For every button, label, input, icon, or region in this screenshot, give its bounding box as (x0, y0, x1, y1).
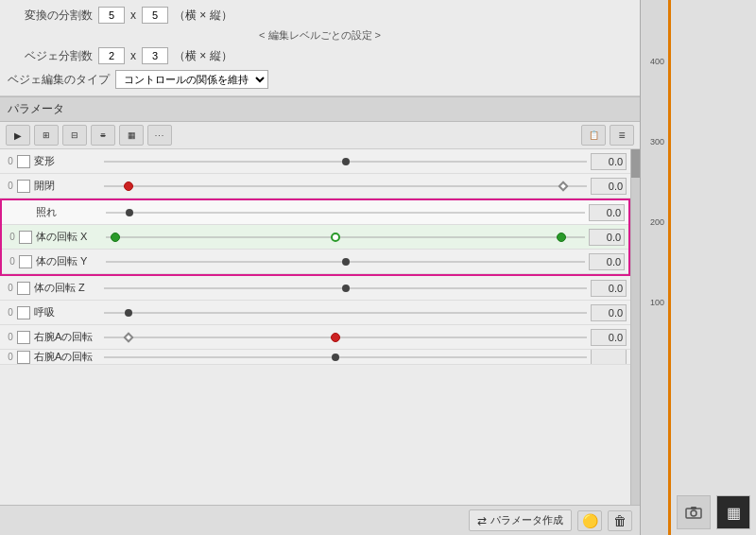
create-param-label: パラメータ作成 (490, 513, 563, 527)
param-index-body-rot-x: 0 (6, 232, 19, 242)
slider-track-right-arm-a (104, 337, 587, 337)
param-row-body-rot-y: 0 体の回転 Y 0.0 (2, 250, 628, 274)
param-checkbox-body-rot-y[interactable] (19, 255, 32, 268)
top-settings: 変換の分割数 x （横 × 縦） < 編集レベルごとの設定 > ベジェ分割数 x… (0, 0, 640, 96)
svg-rect-2 (691, 507, 696, 509)
param-checkbox-body-rot-x[interactable] (19, 231, 32, 244)
param-row-right-arm-b: 0 右腕Aの回転 (0, 350, 630, 365)
param-row-body-rot-z: 0 体の回転 Z 0.0 (0, 276, 630, 301)
slider-right-arm-b[interactable] (104, 350, 587, 365)
create-param-icon: ⇄ (477, 514, 487, 527)
param-list: 0 変形 0.0 0 開閉 (0, 149, 630, 505)
bezier-label: ベジェ分割数 (8, 48, 93, 64)
slider-body-rot-y[interactable] (106, 252, 585, 271)
slider-handle-right-arm-a-left[interactable] (123, 332, 133, 342)
paste-param-btn[interactable]: 🟡 (577, 510, 602, 531)
param-name-open: 開閉 (34, 179, 100, 193)
param-section-header: パラメータ (0, 96, 640, 122)
multi-key-btn[interactable]: ⊟ (62, 125, 87, 146)
param-checkbox-right-arm-a[interactable] (17, 331, 30, 344)
slider-body-rot-x[interactable] (106, 228, 585, 247)
param-value-open: 0.0 (591, 178, 627, 195)
slider-handle-body-rot-y[interactable] (342, 258, 350, 266)
param-row-blush: 照れ 0.0 (2, 200, 628, 225)
bezier-y-input[interactable] (142, 47, 168, 64)
delete-param-btn[interactable]: 🗑 (608, 510, 632, 531)
param-scrollbar[interactable] (630, 149, 640, 505)
camera-btn[interactable] (677, 495, 711, 529)
slider-handle-body-rot-x-center[interactable] (331, 233, 340, 242)
slider-breath[interactable] (104, 303, 587, 322)
grid-btn[interactable]: ▦ (119, 125, 144, 146)
slider-handle-right-arm-a-red[interactable] (331, 333, 340, 342)
slider-handle-body-rot-z[interactable] (342, 285, 350, 292)
bezier-x-input[interactable] (98, 47, 125, 64)
create-param-btn[interactable]: ⇄ パラメータ作成 (469, 509, 572, 531)
bez-unit: （横 × 縦） (174, 48, 232, 64)
transform-y-input[interactable] (142, 7, 168, 24)
slider-handle-open-red[interactable] (124, 181, 133, 191)
selected-group: 照れ 0.0 0 体の回転 X (0, 198, 630, 276)
param-index-right-arm-a: 0 (4, 332, 17, 342)
param-value-right-arm-a: 0.0 (591, 329, 627, 346)
param-checkbox-breath[interactable] (17, 306, 30, 319)
param-value-body-rot-x: 0.0 (589, 229, 625, 246)
ruler-mark-400: 400 (650, 57, 664, 66)
slider-handle-breath[interactable] (125, 309, 132, 317)
param-index-body-rot-y: 0 (6, 256, 19, 267)
slider-handle-blush[interactable] (126, 209, 133, 216)
slider-right-arm-a[interactable] (104, 328, 587, 347)
param-value-body-rot-z: 0.0 (591, 280, 627, 297)
transform-x-input[interactable] (98, 7, 125, 24)
param-toolbar: ▶ ⊞ ⊟ ≡ ▦ ··· 📋 ≡ (0, 122, 640, 149)
slider-track-open (104, 185, 587, 186)
right-icon-row: ▦ (671, 490, 756, 535)
param-checkbox-right-arm-b[interactable] (17, 351, 30, 364)
param-value-transform: 0.0 (591, 153, 627, 170)
param-name-right-arm-b: 右腕Aの回転 (34, 350, 100, 364)
no-key-btn[interactable]: ≡ (91, 125, 115, 146)
param-row-right-arm-a: 0 右腕Aの回転 0.0 (0, 325, 630, 350)
scrollbar-thumb[interactable] (631, 149, 640, 178)
slider-blush[interactable] (106, 203, 585, 222)
param-name-right-arm-a: 右腕Aの回転 (34, 330, 100, 344)
param-row-transform: 0 変形 0.0 (0, 149, 630, 174)
param-checkbox-open[interactable] (17, 180, 30, 193)
svg-point-1 (691, 510, 696, 516)
param-checkbox-body-rot-z[interactable] (17, 282, 30, 295)
slider-track-blush (106, 212, 585, 213)
add-key-btn[interactable]: ⊞ (34, 125, 59, 146)
param-value-right-arm-b (591, 350, 627, 365)
edit-level-title: < 編集レベルごとの設定 > (8, 26, 632, 44)
param-index-breath: 0 (4, 307, 17, 318)
param-name-body-rot-x: 体の回転 X (36, 230, 102, 244)
x-separator: x (130, 9, 136, 22)
slider-handle-open-diamond[interactable] (558, 181, 568, 191)
play-btn[interactable]: ▶ (6, 125, 30, 146)
param-row-breath: 0 呼吸 0.0 (0, 301, 630, 325)
param-index-0: 0 (4, 156, 17, 166)
slider-track-body-rot-x (106, 236, 585, 237)
bezier-edit-label: ベジェ編集のタイプ (8, 72, 110, 88)
more-btn[interactable]: ··· (147, 125, 172, 146)
slider-transform[interactable] (104, 152, 587, 171)
slider-handle-transform[interactable] (342, 158, 350, 165)
right-panel: ▦ (671, 0, 756, 535)
param-value-breath: 0.0 (591, 304, 627, 321)
param-list-wrapper: 0 変形 0.0 0 開閉 (0, 149, 640, 505)
param-checkbox-transform[interactable] (17, 155, 30, 168)
ruler-mark-200: 200 (650, 217, 664, 227)
menu-btn[interactable]: ≡ (610, 125, 634, 146)
grid-view-btn[interactable]: ▦ (716, 495, 750, 529)
param-row-body-rot-x: 0 体の回転 X 0.0 (2, 225, 628, 250)
copy-btn[interactable]: 📋 (581, 125, 606, 146)
slider-body-rot-z[interactable] (104, 279, 587, 298)
slider-handle-body-rot-x-right[interactable] (557, 233, 566, 242)
ruler-mark-300: 300 (650, 137, 664, 147)
transform-unit: （横 × 縦） (174, 8, 232, 24)
bezier-type-select[interactable]: コントロールの関係を維持 (115, 70, 268, 89)
slider-handle-body-rot-x-left[interactable] (111, 233, 120, 242)
slider-open[interactable] (104, 177, 587, 196)
param-name-body-rot-y: 体の回転 Y (36, 254, 102, 268)
slider-handle-right-arm-b[interactable] (332, 354, 339, 361)
